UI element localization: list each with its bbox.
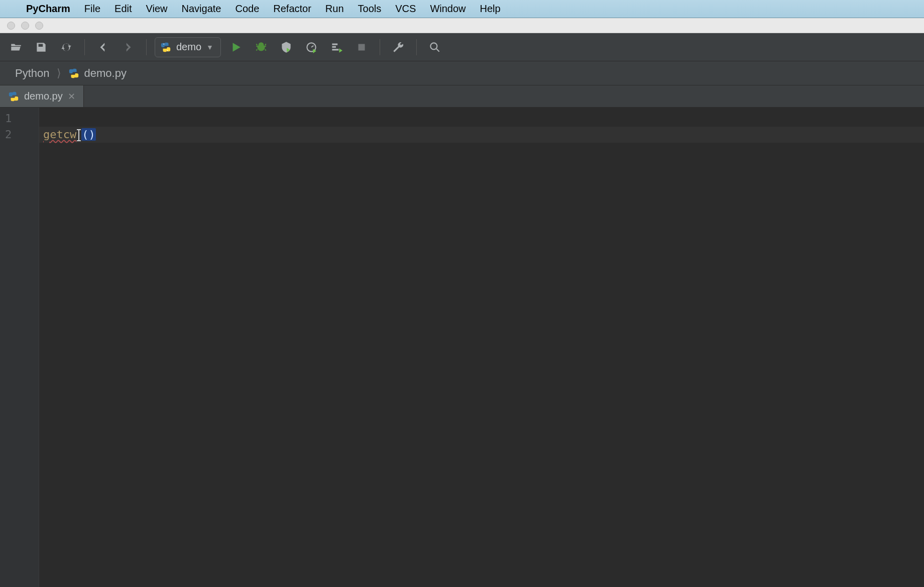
python-file-icon bbox=[8, 91, 19, 102]
traffic-zoom-icon[interactable] bbox=[35, 22, 43, 30]
debug-button[interactable] bbox=[251, 37, 271, 57]
play-icon bbox=[229, 41, 243, 54]
editor-tab-label: demo.py bbox=[24, 90, 63, 102]
breadcrumb-file[interactable]: demo.py bbox=[63, 65, 132, 82]
stop-icon bbox=[355, 41, 368, 54]
coverage-icon bbox=[280, 41, 293, 54]
save-icon bbox=[35, 41, 48, 54]
code-line[interactable] bbox=[39, 111, 924, 127]
main-toolbar: demo ▼ bbox=[0, 33, 924, 61]
menu-window[interactable]: Window bbox=[430, 3, 466, 15]
run-button[interactable] bbox=[226, 37, 246, 57]
menu-file[interactable]: File bbox=[84, 3, 100, 15]
traffic-close-icon[interactable] bbox=[7, 22, 15, 30]
chevron-right-icon: ⟩ bbox=[57, 67, 61, 80]
svg-point-1 bbox=[167, 50, 168, 51]
window-titlebar bbox=[0, 18, 924, 33]
save-button[interactable] bbox=[31, 37, 51, 57]
app-menu[interactable]: PyCharm bbox=[26, 3, 70, 15]
open-button[interactable] bbox=[6, 37, 26, 57]
arrow-right-icon bbox=[122, 41, 135, 54]
editor-tab-bar: demo.py ✕ bbox=[0, 85, 924, 108]
nav-back-button[interactable] bbox=[93, 37, 113, 57]
concurrency-icon bbox=[330, 41, 343, 54]
separator bbox=[380, 39, 380, 55]
code-token-func: getcw bbox=[43, 128, 76, 141]
breadcrumb: Python ⟩ demo.py bbox=[0, 61, 924, 85]
menu-code[interactable]: Code bbox=[235, 3, 259, 15]
svg-point-4 bbox=[430, 43, 437, 49]
search-everywhere-button[interactable] bbox=[425, 37, 445, 57]
menu-help[interactable]: Help bbox=[480, 3, 501, 15]
separator bbox=[84, 39, 85, 55]
folder-open-icon bbox=[10, 41, 23, 54]
settings-button[interactable] bbox=[388, 37, 408, 57]
separator bbox=[416, 39, 417, 55]
python-icon bbox=[160, 42, 171, 53]
concurrency-button[interactable] bbox=[326, 37, 346, 57]
menu-vcs[interactable]: VCS bbox=[395, 3, 416, 15]
traffic-minimize-icon[interactable] bbox=[21, 22, 29, 30]
menu-tools[interactable]: Tools bbox=[358, 3, 382, 15]
sync-button[interactable] bbox=[56, 37, 76, 57]
menu-view[interactable]: View bbox=[146, 3, 168, 15]
editor-gutter: 1 2 bbox=[0, 108, 39, 587]
menu-navigate[interactable]: Navigate bbox=[182, 3, 221, 15]
arrow-left-icon bbox=[96, 41, 109, 54]
chevron-down-icon: ▼ bbox=[206, 43, 213, 51]
text-caret-icon bbox=[75, 129, 82, 141]
breadcrumb-file-label: demo.py bbox=[84, 67, 127, 80]
search-icon bbox=[428, 41, 441, 54]
run-coverage-button[interactable] bbox=[276, 37, 296, 57]
code-line[interactable]: getcw() bbox=[39, 127, 924, 143]
editor-tab[interactable]: demo.py ✕ bbox=[0, 85, 84, 107]
breadcrumb-root[interactable]: Python bbox=[10, 65, 55, 82]
stop-button[interactable] bbox=[352, 37, 372, 57]
run-config-selector[interactable]: demo ▼ bbox=[155, 37, 221, 57]
ide-window: demo ▼ Python bbox=[0, 33, 924, 587]
bug-icon bbox=[255, 41, 268, 54]
separator bbox=[146, 39, 147, 55]
svg-rect-3 bbox=[358, 44, 365, 50]
profiler-icon bbox=[305, 41, 318, 54]
menu-run[interactable]: Run bbox=[325, 3, 344, 15]
editor-content[interactable]: getcw() bbox=[39, 108, 924, 587]
svg-point-0 bbox=[163, 43, 164, 44]
menu-refactor[interactable]: Refactor bbox=[273, 3, 311, 15]
menu-edit[interactable]: Edit bbox=[114, 3, 132, 15]
nav-forward-button[interactable] bbox=[118, 37, 138, 57]
line-number: 1 bbox=[0, 111, 39, 127]
profile-button[interactable] bbox=[301, 37, 321, 57]
close-tab-icon[interactable]: ✕ bbox=[68, 91, 75, 102]
code-token-parens: () bbox=[81, 128, 96, 141]
run-config-label: demo bbox=[176, 41, 201, 53]
line-number: 2 bbox=[0, 127, 39, 143]
code-editor[interactable]: 1 2 getcw() bbox=[0, 108, 924, 587]
breadcrumb-root-label: Python bbox=[15, 67, 50, 80]
python-file-icon bbox=[68, 68, 79, 79]
refresh-icon bbox=[60, 41, 73, 54]
macos-menubar: PyCharm File Edit View Navigate Code Ref… bbox=[0, 0, 924, 18]
wrench-icon bbox=[392, 41, 405, 54]
